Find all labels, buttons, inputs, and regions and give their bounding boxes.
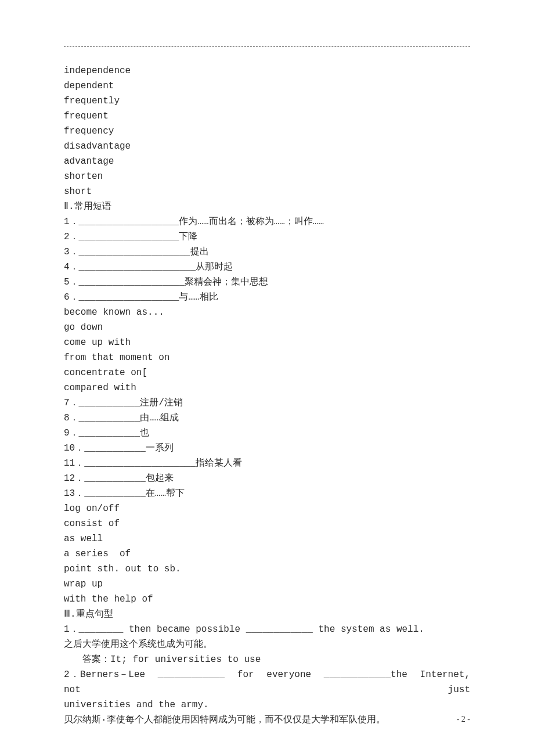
vocab-word: frequency: [64, 124, 470, 139]
answer-item: as well: [64, 531, 470, 546]
vocab-word: advantage: [64, 154, 470, 169]
phrase-item: 6．__________________与……相比: [64, 290, 470, 305]
question-1-answer: 答案：It; for universities to use: [64, 652, 470, 667]
phrase-item: 1．__________________作为……而出名；被称为……；叫作……: [64, 214, 470, 229]
phrase-item: 5．___________________聚精会神；集中思想: [64, 275, 470, 290]
vocab-word: frequent: [64, 109, 470, 124]
page: independence dependent frequently freque…: [0, 0, 534, 756]
answer-item: concentrate on[: [64, 365, 470, 380]
answer-item: log on/off: [64, 501, 470, 516]
phrase-item: 8．___________由……组成: [64, 411, 470, 426]
question-2-line-b: universities and the army.: [64, 697, 470, 712]
header-rule: [64, 46, 470, 47]
answer-item: from that moment on: [64, 350, 470, 365]
page-number: - 2 -: [457, 715, 470, 724]
phrase-item: 13．___________在……帮下: [64, 486, 470, 501]
question-2-cn: 贝尔纳斯·李使每个人都能使用因特网成为可能，而不仅仅是大学和军队使用。: [64, 712, 470, 728]
section-2-title: Ⅱ.常用短语: [64, 199, 470, 214]
phrase-item: 11．____________________指给某人看: [64, 456, 470, 471]
vocab-word: independence: [64, 63, 470, 78]
phrase-item: 9．___________也: [64, 426, 470, 441]
answer-item: go down: [64, 320, 470, 335]
answer-item: point sth. out to sb.: [64, 561, 470, 577]
phrase-item: 3．____________________提出: [64, 244, 470, 260]
answer-item: consist of: [64, 516, 470, 531]
answer-item: come up with: [64, 335, 470, 350]
answer-item: wrap up: [64, 577, 470, 592]
vocab-word: dependent: [64, 78, 470, 93]
phrase-item: 12．___________包起来: [64, 471, 470, 486]
question-2-line-a: 2．Berners－Lee ____________ for everyone …: [64, 667, 470, 697]
answer-item: with the help of: [64, 592, 470, 607]
vocab-word: disadvantage: [64, 139, 470, 154]
vocab-word: frequently: [64, 93, 470, 109]
phrase-item: 2．__________________下降: [64, 229, 470, 244]
vocab-word: short: [64, 184, 470, 199]
question-1-cn: 之后大学使用这个系统也成为可能。: [64, 637, 470, 652]
vocab-word: shorten: [64, 169, 470, 184]
phrase-item: 4．_____________________从那时起: [64, 260, 470, 275]
answer-item: compared with: [64, 380, 470, 395]
phrase-item: 10．___________一系列: [64, 441, 470, 456]
question-1: 1．________ then became possible ________…: [64, 622, 470, 637]
phrase-item: 7．___________注册/注销: [64, 395, 470, 411]
answer-item: a series of: [64, 546, 470, 561]
answer-item: become known as...: [64, 305, 470, 320]
section-3-title: Ⅲ.重点句型: [64, 607, 470, 622]
